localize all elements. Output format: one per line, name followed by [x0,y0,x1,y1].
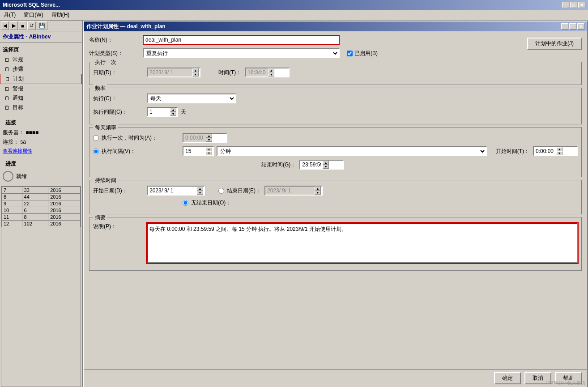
start-date-up-btn[interactable]: ▲ [197,187,203,191]
interval-minutes-up-btn[interactable]: ▲ [206,147,212,151]
nav-label-notifications: 通知 [13,94,23,102]
toolbar-save[interactable]: 💾 [37,21,47,30]
title-controls: _ □ ✕ [562,2,585,8]
menu-tools[interactable]: 具(T) [2,11,17,19]
description-label: 说明(P)： [93,223,147,230]
interval-down-btn[interactable]: ▼ [170,112,176,116]
time-up-btn[interactable]: ▲ [268,68,274,72]
start-date-down-btn[interactable]: ▼ [197,191,203,195]
interval-radio-label: 执行间隔(V)： [102,148,136,155]
nav-item-target[interactable]: 🗒 目标 [0,103,82,112]
interval-unit-select[interactable]: 分钟 小时 秒 [217,146,487,156]
nav-item-steps[interactable]: 🗒 步骤 [0,64,82,74]
progress-header: 进度 [3,159,79,169]
maximize-btn[interactable]: □ [570,2,577,8]
name-label: 名称(N)： [89,36,143,44]
jobs-button[interactable]: 计划中的作业(J) [527,38,582,50]
description-textarea[interactable] [147,223,578,263]
nav-item-alerts[interactable]: 🗒 警报 [0,84,82,94]
name-row: 名称(N)： [89,35,582,45]
dialog-title-text: 作业计划属性 — deal_with_plan [86,23,166,30]
execute-select[interactable]: 每天 每周 每月 [147,94,236,103]
start-date-spinner: ▲ ▼ [147,186,205,196]
toolbar-back[interactable]: ◀ [1,21,9,30]
start-date-label: 开始日期(D)： [93,187,147,195]
close-btn[interactable]: ✕ [578,2,585,8]
start-time-input[interactable] [534,147,556,155]
ok-button[interactable]: 确定 [494,372,521,384]
dialog-minimize-btn[interactable]: _ [561,23,568,30]
start-date-row: 开始日期(D)： ▲ ▼ 结束日期(E)： [93,186,578,196]
menu-window[interactable]: 窗口(W) [22,11,45,19]
end-date-up-btn[interactable]: ▲ [315,187,321,191]
dialog-close-btn[interactable]: ✕ [577,23,584,30]
summary-title: 摘要 [93,214,107,221]
frequency-title: 频率 [93,85,107,92]
date-input[interactable] [148,68,192,77]
target-icon: 🗒 [4,104,11,111]
nav-item-schedule[interactable]: 🗒 计划 [0,74,82,84]
toolbar-stop[interactable]: ■ [19,21,26,30]
toolbar-forward[interactable]: ▶ [10,21,18,30]
connect-header: 连接 [3,118,79,128]
start-date-input[interactable] [148,187,197,195]
enabled-checkbox[interactable] [347,51,353,56]
end-date-spinner-btns: ▲ ▼ [315,187,321,195]
connect-row: 连接： sa [3,137,79,147]
interval-minutes-input[interactable] [183,147,206,155]
toolbar-refresh[interactable]: ↺ [27,21,36,30]
main-title-bar: Microsoft SQL Serve... _ □ ✕ [0,0,588,10]
end-date-input[interactable] [265,187,315,195]
end-date-down-btn[interactable]: ▼ [315,191,321,195]
start-date-spinner-btns: ▲ ▼ [197,187,203,195]
once-time-up-btn[interactable]: ▲ [206,134,212,138]
end-time-spinner: ▲ ▼ [299,160,344,170]
progress-icon [3,171,13,182]
minimize-btn[interactable]: _ [562,2,569,8]
general-icon: 🗒 [4,56,11,64]
dialog-title-controls: _ □ ✕ [561,23,584,30]
start-time-down-btn[interactable]: ▼ [556,151,562,155]
date-up-btn[interactable]: ▲ [192,68,199,72]
once-radio[interactable] [93,135,99,141]
dialog-content: 计划中的作业(J) 名称(N)： 计划类型(S)： 重复执行 执行一次 SQL … [84,31,587,369]
time-input[interactable] [246,68,268,77]
once-time-input[interactable] [183,134,206,142]
schedule-type-select[interactable]: 重复执行 执行一次 SQL Server 代理启动时自动启动 CPU 空闲时启动 [143,48,340,58]
interval-radio[interactable] [93,149,99,154]
menu-help[interactable]: 帮助(H) [50,11,72,19]
end-time-input[interactable] [300,161,323,169]
interval-minutes-spinner: ▲ ▼ [183,146,214,156]
start-time-spinner: ▲ ▼ [533,146,578,156]
nav-item-notifications[interactable]: 🗒 通知 [0,94,82,103]
end-time-row: 结束时间(G)： ▲ ▼ [93,160,578,170]
no-end-date-radio[interactable] [183,200,188,206]
start-time-up-btn[interactable]: ▲ [556,147,562,151]
date-row: 日期(D)： ▲ ▼ 时间(T)： ▲ ▼ [93,68,578,77]
date-down-btn[interactable]: ▼ [192,72,199,77]
connect-link[interactable]: 查看连接属性 [3,148,32,153]
schedule-icon: 🗒 [4,76,11,83]
interval-minutes-down-btn[interactable]: ▼ [206,151,212,155]
once-radio-label: 执行一次，时间为(A)： [102,134,157,142]
connect-section: 连接 服务器： ■■■■ 连接： sa 查看连接属性 [0,116,82,157]
time-down-btn[interactable]: ▼ [268,72,274,77]
interval-up-btn[interactable]: ▲ [170,108,176,112]
interval-spinner: ▲ ▼ [147,107,178,117]
progress-status: 就绪 [16,173,27,180]
end-date-radio[interactable] [218,188,224,194]
end-date-radio-group: 结束日期(E)： [218,187,261,195]
table-row: 7332016 [2,187,81,194]
name-input[interactable] [143,35,340,45]
end-time-up-btn[interactable]: ▲ [323,161,329,165]
interval-input[interactable] [148,108,170,116]
once-time-spinner: ▲ ▼ [183,133,227,143]
once-time-down-btn[interactable]: ▼ [206,138,212,142]
nav-item-general[interactable]: 🗒 常规 [0,55,82,64]
connect-link-row: 查看连接属性 [3,147,79,155]
alerts-icon: 🗒 [4,85,11,93]
end-time-down-btn[interactable]: ▼ [323,165,329,169]
dialog-maximize-btn[interactable]: □ [569,23,576,30]
steps-icon: 🗒 [4,66,11,73]
daily-frequency-group: 每天频率 执行一次，时间为(A)： ▲ ▼ [89,127,582,177]
